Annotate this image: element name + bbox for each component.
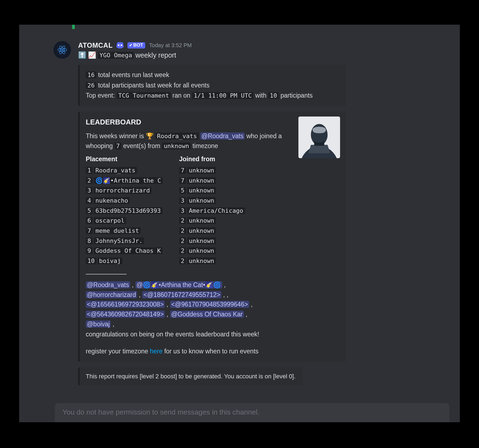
placement-row: 4nukenacho <box>86 196 163 206</box>
bot-badge: ✔ BOT <box>127 42 145 49</box>
placement-rank: 8 <box>86 237 93 244</box>
trophy-emoji: 🏆 <box>146 132 154 140</box>
top-event-name: TCG Tournament <box>117 92 171 99</box>
joined-row: 7unknown <box>179 176 256 186</box>
svg-point-3 <box>61 49 63 50</box>
summary-events-row: 16 total events run last week <box>86 70 340 80</box>
separator: , <box>137 291 142 298</box>
new-message-indicator <box>72 25 75 29</box>
top-event-label: Top event: <box>86 92 115 99</box>
placement-name: oscarpol <box>94 217 126 224</box>
placement-field: Placement 1Roodra_vats2🌀🌠•Arthina the C3… <box>86 154 163 266</box>
separator: , , <box>221 291 229 298</box>
placement-row: 8JohnnySinsJr. <box>86 236 163 246</box>
joined-row: 2unknown <box>179 256 256 266</box>
placement-name: JohnnySinsJr. <box>94 237 144 244</box>
joined-count: 3 <box>179 207 186 214</box>
winner-mention[interactable]: @Roodra_vats <box>200 132 245 140</box>
atom-icon <box>57 44 68 55</box>
joined-tz: unknown <box>187 197 216 204</box>
summary-participants-row: 26 total participants last week for all … <box>86 81 340 90</box>
user-mention[interactable]: @boivaj <box>86 321 111 328</box>
joined-count: 3 <box>179 197 186 204</box>
footer-text: This report requires [level 2 boost] to … <box>86 373 296 380</box>
joined-field: Joined from 7unknown7unknown5unknown3unk… <box>179 154 256 266</box>
placement-row: 9Goddess Of Chaos K <box>86 246 163 256</box>
top-event-time: 1/1 11:00 PM UTC <box>192 92 253 99</box>
placement-name: 63bcd9b27513d69393 <box>94 207 162 214</box>
register-link[interactable]: here <box>150 348 162 355</box>
joined-tz: unknown <box>187 217 216 224</box>
register-suffix: for us to know when to run events <box>164 348 258 355</box>
joined-title: Joined from <box>179 154 256 164</box>
placement-name: Goddess Of Chaos K <box>94 247 162 254</box>
placement-rank: 1 <box>86 167 93 174</box>
compose-box: You do not have permission to send messa… <box>55 403 449 422</box>
joined-tz: unknown <box>187 187 216 194</box>
user-mention[interactable]: @horrorcharizard <box>86 291 137 298</box>
winner-mid2: event(s) from <box>123 142 160 149</box>
joined-count: 7 <box>179 167 186 174</box>
placement-row: 6oscarpol <box>86 216 163 226</box>
server-code: YGO Omega <box>98 52 134 59</box>
discord-chat-area: ATOMCAL ✔ BOT Today at 3:52 PM ⬆️ 📈 YGO … <box>19 25 460 422</box>
participants-label: total participants last week for all eve… <box>98 82 210 89</box>
svg-point-5 <box>121 44 122 46</box>
placement-row: 3horrorcharizard <box>86 186 163 195</box>
winner-prefix: This weeks winner is <box>86 132 144 140</box>
user-mention[interactable]: @🌀🌠•Arthina the Cat•🌠🌀 <box>135 281 222 288</box>
author-name[interactable]: ATOMCAL <box>78 41 113 49</box>
separator: , <box>111 321 114 328</box>
placement-name: Roodra_vats <box>94 167 137 174</box>
winner-line: This weeks winner is 🏆 Roodra_vats @Rood… <box>86 131 289 151</box>
joined-count: 7 <box>179 177 186 184</box>
ran-on-label: ran on <box>172 92 190 99</box>
joined-count: 2 <box>179 227 186 234</box>
separator: , <box>222 281 226 288</box>
footer-embed: This report requires [level 2 boost] to … <box>78 367 303 385</box>
placement-rank: 2 <box>86 177 93 184</box>
winner-events-count: 7 <box>115 143 121 149</box>
joined-row: 3America/Chicago <box>179 206 256 216</box>
message-title: ⬆️ 📈 YGO Omega weekly report <box>78 51 437 59</box>
placement-title: Placement <box>86 154 163 164</box>
message: ATOMCAL ✔ BOT Today at 3:52 PM ⬆️ 📈 YGO … <box>53 41 437 385</box>
author-avatar[interactable] <box>53 41 71 59</box>
placement-rank: 3 <box>86 187 93 194</box>
up-arrow-emoji: ⬆️ <box>78 51 86 59</box>
user-mention[interactable]: @Roodra_vats <box>86 281 130 288</box>
joined-count: 2 <box>179 247 186 254</box>
participants-count: 26 <box>86 82 96 89</box>
placement-rank: 10 <box>86 257 96 264</box>
bot-badge-text: BOT <box>133 42 143 48</box>
joined-row: 2unknown <box>179 226 256 236</box>
joined-row: 2unknown <box>179 236 256 246</box>
winner-thumbnail[interactable] <box>298 117 340 158</box>
joined-count: 5 <box>179 187 186 194</box>
placement-name: 🌀🌠•Arthina the C <box>94 177 162 184</box>
separator: , <box>249 301 253 308</box>
placement-name: meme duelist <box>94 227 141 234</box>
joined-tz: unknown <box>187 247 216 254</box>
placement-row: 2🌀🌠•Arthina the C <box>86 176 163 186</box>
participants-word: participants <box>280 92 313 99</box>
register-prefix: register your timezone <box>86 348 148 355</box>
placement-rank: 7 <box>86 227 93 234</box>
summary-top-event-row: Top event: TCG Tournament ran on 1/1 11:… <box>86 91 340 101</box>
winner-tail: timezone <box>192 142 218 149</box>
joined-row: 3unknown <box>179 196 256 206</box>
user-mention[interactable]: <@961707904853999646> <box>170 301 249 308</box>
top-event-participants: 10 <box>268 92 279 99</box>
svg-point-4 <box>118 44 119 46</box>
user-mention[interactable]: <@186071672749555712> <box>142 291 221 298</box>
leaderboard-embed: LEADERBOARD This weeks winner is 🏆 Roodr… <box>78 112 346 362</box>
joined-tz: America/Chicago <box>187 207 245 214</box>
user-mention[interactable]: <@564360982672048149> <box>86 311 165 318</box>
message-body: ATOMCAL ✔ BOT Today at 3:52 PM ⬆️ 📈 YGO … <box>78 41 437 385</box>
user-mention[interactable]: @Goddess Of Chaos Kar <box>170 311 244 318</box>
user-mention[interactable]: <@165661969729323008> <box>86 301 165 308</box>
joined-count: 2 <box>179 217 186 224</box>
verified-check-icon: ✔ <box>129 43 133 48</box>
placement-row: 10boivaj <box>86 256 163 266</box>
joined-tz: unknown <box>187 257 216 264</box>
